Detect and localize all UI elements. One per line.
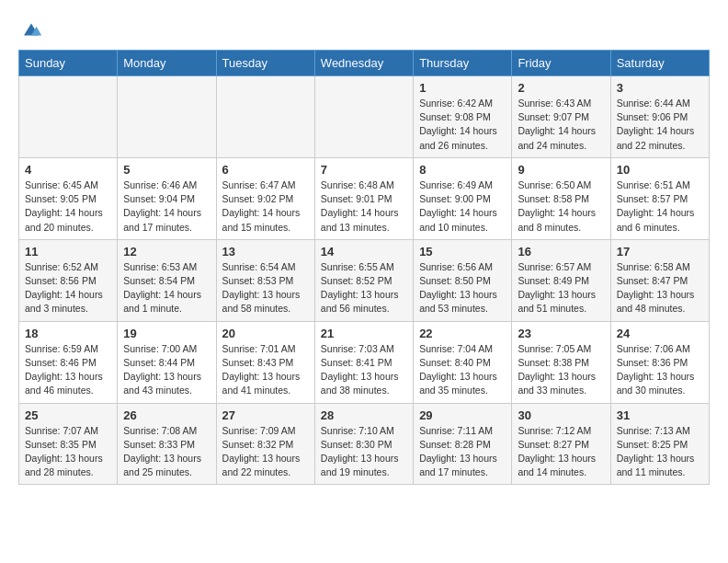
calendar-week-row: 4Sunrise: 6:45 AM Sunset: 9:05 PM Daylig… <box>19 157 710 239</box>
day-of-week-header: Saturday <box>610 51 709 76</box>
day-info: Sunrise: 7:11 AM Sunset: 8:28 PM Dayligh… <box>419 424 506 480</box>
calendar-day-cell <box>314 76 413 158</box>
day-info: Sunrise: 6:44 AM Sunset: 9:06 PM Dayligh… <box>617 97 703 153</box>
calendar-day-cell: 20Sunrise: 7:01 AM Sunset: 8:43 PM Dayli… <box>216 321 314 403</box>
calendar-day-cell: 22Sunrise: 7:04 AM Sunset: 8:40 PM Dayli… <box>414 321 512 403</box>
day-info: Sunrise: 6:48 AM Sunset: 9:01 PM Dayligh… <box>321 178 407 235</box>
calendar-day-cell: 24Sunrise: 7:06 AM Sunset: 8:36 PM Dayli… <box>610 321 709 403</box>
calendar-day-cell: 8Sunrise: 6:49 AM Sunset: 9:00 PM Daylig… <box>414 157 512 239</box>
day-info: Sunrise: 7:13 AM Sunset: 8:25 PM Dayligh… <box>617 424 703 480</box>
day-number: 6 <box>222 163 309 177</box>
day-info: Sunrise: 6:52 AM Sunset: 8:56 PM Dayligh… <box>25 260 111 316</box>
day-info: Sunrise: 6:58 AM Sunset: 8:47 PM Dayligh… <box>617 260 703 316</box>
calendar-day-cell: 14Sunrise: 6:55 AM Sunset: 8:52 PM Dayli… <box>314 239 413 321</box>
day-of-week-header: Wednesday <box>314 51 413 76</box>
day-number: 31 <box>617 408 703 422</box>
calendar-day-cell: 27Sunrise: 7:09 AM Sunset: 8:32 PM Dayli… <box>216 403 314 485</box>
calendar-day-cell: 23Sunrise: 7:05 AM Sunset: 8:38 PM Dayli… <box>512 321 610 403</box>
day-info: Sunrise: 7:06 AM Sunset: 8:36 PM Dayligh… <box>617 342 703 398</box>
calendar-day-cell: 30Sunrise: 7:12 AM Sunset: 8:27 PM Dayli… <box>512 403 610 485</box>
day-info: Sunrise: 6:57 AM Sunset: 8:49 PM Dayligh… <box>518 260 604 316</box>
day-number: 14 <box>321 245 407 259</box>
day-number: 10 <box>617 163 703 177</box>
calendar-day-cell: 11Sunrise: 6:52 AM Sunset: 8:56 PM Dayli… <box>19 239 118 321</box>
day-info: Sunrise: 6:43 AM Sunset: 9:07 PM Dayligh… <box>518 97 604 153</box>
calendar-table: SundayMondayTuesdayWednesdayThursdayFrid… <box>18 50 710 485</box>
day-number: 9 <box>518 163 604 177</box>
calendar-header-row: SundayMondayTuesdayWednesdayThursdayFrid… <box>19 51 710 76</box>
day-info: Sunrise: 6:54 AM Sunset: 8:53 PM Dayligh… <box>222 260 309 316</box>
day-info: Sunrise: 7:00 AM Sunset: 8:44 PM Dayligh… <box>123 342 210 398</box>
day-number: 23 <box>518 327 604 340</box>
day-info: Sunrise: 7:05 AM Sunset: 8:38 PM Dayligh… <box>518 342 604 398</box>
day-info: Sunrise: 7:04 AM Sunset: 8:40 PM Dayligh… <box>419 342 506 398</box>
day-info: Sunrise: 7:03 AM Sunset: 8:41 PM Dayligh… <box>321 342 407 398</box>
day-number: 16 <box>518 245 604 259</box>
day-of-week-header: Friday <box>512 51 610 76</box>
day-number: 30 <box>518 408 604 422</box>
day-number: 13 <box>222 245 309 259</box>
day-info: Sunrise: 7:10 AM Sunset: 8:30 PM Dayligh… <box>321 424 407 480</box>
day-number: 4 <box>25 163 111 177</box>
day-number: 8 <box>419 163 506 177</box>
calendar-day-cell <box>118 76 216 158</box>
calendar-day-cell: 1Sunrise: 6:42 AM Sunset: 9:08 PM Daylig… <box>414 76 512 158</box>
calendar-day-cell: 31Sunrise: 7:13 AM Sunset: 8:25 PM Dayli… <box>610 403 709 485</box>
day-number: 24 <box>617 327 703 340</box>
day-info: Sunrise: 7:07 AM Sunset: 8:35 PM Dayligh… <box>25 424 111 480</box>
day-info: Sunrise: 6:56 AM Sunset: 8:50 PM Dayligh… <box>419 260 506 316</box>
day-number: 5 <box>123 163 210 177</box>
day-info: Sunrise: 6:51 AM Sunset: 8:57 PM Dayligh… <box>617 178 703 235</box>
day-of-week-header: Thursday <box>414 51 512 76</box>
calendar-day-cell: 9Sunrise: 6:50 AM Sunset: 8:58 PM Daylig… <box>512 157 610 239</box>
day-info: Sunrise: 7:01 AM Sunset: 8:43 PM Dayligh… <box>222 342 309 398</box>
day-number: 17 <box>617 245 703 259</box>
calendar-day-cell: 28Sunrise: 7:10 AM Sunset: 8:30 PM Dayli… <box>314 403 413 485</box>
page-header <box>18 18 710 40</box>
day-number: 21 <box>321 327 407 340</box>
day-number: 2 <box>518 81 604 95</box>
day-number: 18 <box>25 327 111 340</box>
day-info: Sunrise: 6:59 AM Sunset: 8:46 PM Dayligh… <box>25 342 111 398</box>
day-number: 27 <box>222 408 309 422</box>
day-info: Sunrise: 6:46 AM Sunset: 9:04 PM Dayligh… <box>123 178 210 235</box>
calendar-day-cell: 17Sunrise: 6:58 AM Sunset: 8:47 PM Dayli… <box>610 239 709 321</box>
day-info: Sunrise: 6:45 AM Sunset: 9:05 PM Dayligh… <box>25 178 111 235</box>
calendar-day-cell: 15Sunrise: 6:56 AM Sunset: 8:50 PM Dayli… <box>414 239 512 321</box>
day-number: 3 <box>617 81 703 95</box>
day-info: Sunrise: 6:53 AM Sunset: 8:54 PM Dayligh… <box>123 260 210 316</box>
calendar-day-cell: 13Sunrise: 6:54 AM Sunset: 8:53 PM Dayli… <box>216 239 314 321</box>
calendar-day-cell: 29Sunrise: 7:11 AM Sunset: 8:28 PM Dayli… <box>414 403 512 485</box>
day-info: Sunrise: 6:55 AM Sunset: 8:52 PM Dayligh… <box>321 260 407 316</box>
day-info: Sunrise: 6:42 AM Sunset: 9:08 PM Dayligh… <box>419 97 506 153</box>
calendar-day-cell <box>19 76 118 158</box>
calendar-day-cell: 7Sunrise: 6:48 AM Sunset: 9:01 PM Daylig… <box>314 157 413 239</box>
calendar-day-cell: 21Sunrise: 7:03 AM Sunset: 8:41 PM Dayli… <box>314 321 413 403</box>
calendar-day-cell <box>216 76 314 158</box>
calendar-day-cell: 26Sunrise: 7:08 AM Sunset: 8:33 PM Dayli… <box>118 403 216 485</box>
day-number: 15 <box>419 245 506 259</box>
logo <box>18 18 42 40</box>
day-number: 25 <box>25 408 111 422</box>
day-number: 11 <box>25 245 111 259</box>
day-number: 29 <box>419 408 506 422</box>
calendar-day-cell: 5Sunrise: 6:46 AM Sunset: 9:04 PM Daylig… <box>118 157 216 239</box>
day-number: 26 <box>123 408 210 422</box>
calendar-day-cell: 18Sunrise: 6:59 AM Sunset: 8:46 PM Dayli… <box>19 321 118 403</box>
day-of-week-header: Monday <box>118 51 216 76</box>
calendar-day-cell: 19Sunrise: 7:00 AM Sunset: 8:44 PM Dayli… <box>118 321 216 403</box>
logo-icon <box>20 18 42 40</box>
day-info: Sunrise: 7:08 AM Sunset: 8:33 PM Dayligh… <box>123 424 210 480</box>
day-number: 22 <box>419 327 506 340</box>
calendar-day-cell: 16Sunrise: 6:57 AM Sunset: 8:49 PM Dayli… <box>512 239 610 321</box>
calendar-day-cell: 4Sunrise: 6:45 AM Sunset: 9:05 PM Daylig… <box>19 157 118 239</box>
day-info: Sunrise: 7:09 AM Sunset: 8:32 PM Dayligh… <box>222 424 309 480</box>
day-number: 7 <box>321 163 407 177</box>
calendar-week-row: 11Sunrise: 6:52 AM Sunset: 8:56 PM Dayli… <box>19 239 710 321</box>
day-number: 19 <box>123 327 210 340</box>
day-of-week-header: Tuesday <box>216 51 314 76</box>
day-number: 1 <box>419 81 506 95</box>
day-number: 28 <box>321 408 407 422</box>
calendar-day-cell: 2Sunrise: 6:43 AM Sunset: 9:07 PM Daylig… <box>512 76 610 158</box>
day-of-week-header: Sunday <box>19 51 118 76</box>
